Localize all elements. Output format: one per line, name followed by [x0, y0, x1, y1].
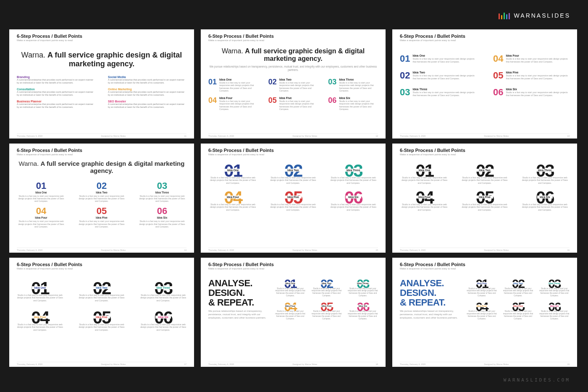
- idea-title: Idea One: [219, 78, 258, 81]
- idea-title-strip: Idea Two: [512, 282, 525, 285]
- service-item-desc: A commercial enterprise that provides wo…: [108, 91, 186, 97]
- headline: Warna. A full service graphic design & d…: [17, 160, 186, 175]
- idea-title: Idea Two: [412, 71, 476, 74]
- idea-number: 03: [138, 181, 186, 191]
- idea-desc: Studio is a fast way to start your respo…: [138, 195, 186, 203]
- service-columns: BrandingA commercial enterprise that pro…: [17, 76, 186, 108]
- idea-title: Idea Five: [77, 216, 126, 219]
- adr-idea-grid: 01Idea OneStudio is a fast way to start …: [275, 278, 378, 320]
- service-item-title: Consultation: [17, 88, 95, 91]
- idea-title-strip: Idea Five: [93, 316, 110, 319]
- adr-title: ANALYSE.DESIGN.& REPEAT.: [208, 278, 268, 307]
- slide-7: 6-Step Process / Bullet Points Make a se…: [9, 258, 194, 367]
- idea-title-strip: Idea Five: [512, 305, 525, 307]
- adr-title-blue: ANALYSE.DESIGN.& REPEAT.: [400, 278, 459, 307]
- idea-title: Idea Five: [506, 71, 570, 74]
- idea-title: Idea One: [412, 54, 476, 57]
- idea-number: 04: [17, 206, 66, 216]
- idea-title-strip: Idea One: [284, 282, 297, 285]
- logo-bars-icon: [499, 12, 510, 19]
- brand-text: WARNASLIDES: [514, 12, 570, 19]
- idea-title: Idea One: [17, 191, 66, 194]
- idea-title: Idea Three: [339, 78, 378, 81]
- idea-title-strip: Idea Three: [154, 286, 173, 289]
- idea-title-strip: Idea Two: [285, 169, 301, 172]
- idea-desc: Studio is a fast way to start your respo…: [506, 91, 570, 97]
- idea-number: 02: [400, 71, 410, 80]
- service-item-title: SEO Booster: [108, 100, 186, 103]
- idea-title: Idea Six: [339, 97, 378, 99]
- idea-desc: Studio is a fast way to start your respo…: [412, 91, 476, 97]
- idea-title-strip: Idea Six: [357, 305, 369, 307]
- idea-grid-2col: 01Idea OneStudio is a fast way to start …: [400, 54, 570, 97]
- service-item-desc: A commercial enterprise that provides wo…: [17, 91, 95, 97]
- idea-title-strip: Idea Six: [548, 305, 560, 307]
- idea-desc: Studio is a fast way to start your respo…: [339, 81, 378, 92]
- idea-desc: Studio is a fast way to start your respo…: [17, 195, 66, 203]
- idea-title-strip: Idea One: [416, 169, 433, 172]
- idea-title-strip: Idea Two: [476, 169, 493, 172]
- service-item-desc: A commercial enterprise that provides wo…: [108, 103, 186, 109]
- idea-desc: Studio is a fast way to start your respo…: [279, 100, 318, 111]
- idea-title-strip: Idea Five: [285, 196, 302, 199]
- idea-number: 02: [268, 78, 277, 92]
- idea-title-strip: Idea Three: [536, 169, 554, 172]
- idea-number: 01: [400, 54, 410, 63]
- idea-title: Idea Three: [412, 88, 476, 91]
- idea-title-strip: Idea Four: [32, 316, 49, 319]
- adr-idea-grid-mono: 01Idea OneStudio is a fast way to start …: [467, 278, 570, 320]
- idea-title: Idea Six: [506, 88, 570, 91]
- slide-5: 6-Step Process / Bullet Points Make a se…: [201, 144, 386, 253]
- idea-number: 04: [208, 97, 217, 111]
- slide-grid: 6-Step Process / Bullet Points Make a se…: [9, 29, 579, 367]
- idea-title-strip: Idea Three: [344, 169, 363, 172]
- idea-desc: Studio is a fast way to start your respo…: [339, 100, 378, 111]
- idea-title-strip: Idea Four: [416, 196, 433, 199]
- idea-row: 01Idea OneStudio is a fast way to start …: [208, 78, 378, 92]
- slide-3: 6-Step Process / Bullet Points Make a se…: [392, 29, 577, 139]
- idea-title-strip: Idea Four: [475, 305, 489, 307]
- idea-title: Idea Four: [219, 97, 258, 99]
- idea-number: 06: [138, 206, 186, 216]
- idea-title-strip: Idea Four: [284, 305, 297, 307]
- idea-desc: Studio is a fast way to start your respo…: [412, 57, 476, 63]
- idea-grid-3x2: 01Idea OneStudio is a fast way to start …: [17, 181, 186, 228]
- slide-footer: Thursday, February 6, 2020Designed by Wa…: [17, 133, 186, 137]
- service-item-title: Online Marketing: [108, 88, 186, 91]
- service-item-desc: A commercial enterprise that provides wo…: [17, 103, 95, 109]
- slide-1: 6-Step Process / Bullet Points Make a se…: [9, 29, 194, 139]
- headline: Warna. A full service graphic design & d…: [17, 51, 186, 68]
- idea-title: Idea Five: [279, 97, 318, 99]
- idea-desc: Studio is a fast way to start your respo…: [219, 100, 258, 111]
- idea-title-strip: Idea Six: [346, 196, 361, 199]
- slide-4: 6-Step Process / Bullet Points Make a se…: [9, 144, 194, 253]
- idea-number: 05: [493, 71, 503, 80]
- slide-6: 6-Step Process / Bullet Points Make a se…: [392, 144, 577, 253]
- idea-number: 03: [400, 88, 410, 97]
- idea-number: 04: [493, 54, 503, 63]
- idea-number: 05: [77, 206, 126, 216]
- idea-title-strip: Idea One: [225, 169, 241, 172]
- idea-number: 05: [268, 97, 277, 111]
- service-item-desc: A commercial enterprise that provides wo…: [17, 78, 95, 84]
- idea-title: Idea Four: [506, 54, 570, 57]
- idea-desc: Studio is a fast way to start your respo…: [506, 74, 570, 80]
- idea-row: 04Idea FourStudio is a fast way to start…: [208, 97, 378, 111]
- service-col-2: Social MediaA commercial enterprise that…: [108, 76, 186, 108]
- service-col-1: BrandingA commercial enterprise that pro…: [17, 76, 95, 108]
- service-item-desc: A commercial enterprise that provides wo…: [108, 78, 186, 84]
- slide-subtitle: Make a sequence of important points easy…: [17, 39, 186, 42]
- idea-title: Idea Two: [77, 191, 126, 194]
- slide-title: 6-Step Process / Bullet Points: [17, 34, 186, 39]
- idea-title: Idea Four: [17, 216, 66, 219]
- idea-title: Idea Three: [138, 191, 186, 194]
- idea-title-strip: Idea Three: [355, 282, 370, 285]
- idea-title-strip: Idea Four: [224, 196, 242, 199]
- idea-title-strip: Idea Two: [93, 286, 110, 289]
- brand-logo: WARNASLIDES: [499, 12, 570, 19]
- idea-title-strip: Idea Two: [320, 282, 333, 285]
- idea-desc: Studio is a fast way to start your respo…: [138, 220, 186, 228]
- idea-desc: Studio is a fast way to start your respo…: [77, 220, 126, 228]
- tagline: We pursue relationships based on transpa…: [208, 65, 378, 72]
- idea-desc: Studio is a fast way to start your respo…: [279, 81, 318, 92]
